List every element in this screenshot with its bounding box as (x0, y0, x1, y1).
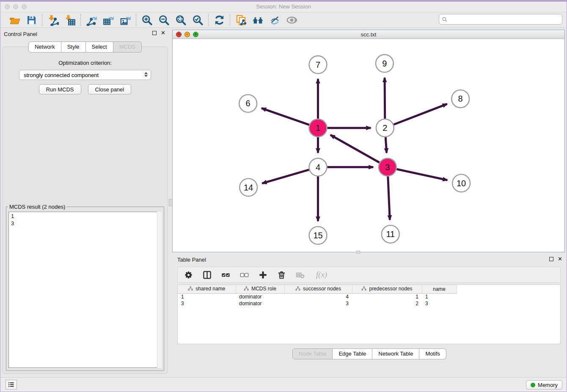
zoom-fit-icon[interactable] (173, 14, 188, 26)
show-details-icon[interactable] (284, 14, 299, 26)
tab-node-table[interactable]: Node Table (292, 348, 333, 359)
table-row[interactable]: 3dominator323 (178, 300, 560, 307)
table-cell[interactable]: dominator (236, 300, 284, 307)
table-panel-title: Table Panel (177, 257, 206, 263)
deselect-all-icon[interactable] (238, 269, 250, 281)
tab-mcds[interactable]: MCDS (113, 41, 142, 52)
criterion-dropdown[interactable]: strongly connected component (19, 70, 151, 80)
table-cell[interactable]: 2 (352, 300, 422, 307)
mcds-result-group: MCDS result (2 nodes) 1 3 (6, 204, 164, 371)
open-file-icon[interactable] (7, 14, 22, 26)
column-header-predecessor-nodes[interactable]: predecessor nodes (352, 285, 422, 293)
node-label: 11 (386, 229, 395, 239)
edge-3-10[interactable] (396, 169, 447, 180)
table-cell[interactable]: 1 (178, 293, 236, 300)
zoom-selected-icon[interactable] (190, 14, 205, 26)
table-row[interactable]: 1dominator411 (178, 293, 560, 300)
graph-node-1[interactable]: 1 (309, 119, 327, 137)
export-network-icon[interactable] (84, 14, 99, 26)
graph-node-2[interactable]: 2 (376, 119, 394, 137)
table-panel: Table Panel ✕ f(x) shared nameMCDS roles… (172, 254, 567, 377)
memory-button[interactable]: Memory (526, 380, 562, 389)
graph-node-7[interactable]: 7 (309, 56, 327, 74)
edge-3-1[interactable] (330, 135, 380, 163)
edge-2-9[interactable] (385, 78, 385, 119)
first-neighbors-icon[interactable] (250, 14, 265, 26)
tab-network[interactable]: Network (28, 41, 61, 52)
edge-4-14[interactable] (262, 170, 309, 183)
graph-node-14[interactable]: 14 (239, 179, 257, 196)
delete-column-icon[interactable] (275, 269, 288, 281)
graph-node-11[interactable]: 11 (382, 225, 399, 243)
result-scrollbar[interactable] (157, 212, 162, 368)
close-panel-icon[interactable]: ✕ (161, 31, 165, 35)
split-panel-icon[interactable] (201, 269, 213, 281)
window-title: Session: New Session (0, 3, 567, 10)
zoom-out-icon[interactable] (157, 14, 171, 26)
float-table-panel-icon[interactable] (549, 257, 553, 261)
import-table-icon[interactable] (63, 14, 77, 26)
close-panel-button[interactable]: Close panel (88, 84, 132, 94)
graph-node-9[interactable]: 9 (376, 55, 394, 72)
tab-select[interactable]: Select (86, 41, 113, 52)
clone-network-icon[interactable] (234, 14, 248, 26)
column-header-shared-name[interactable]: shared name (178, 285, 236, 293)
column-header-name[interactable]: name (422, 285, 457, 293)
mcds-result-text[interactable]: 1 3 (8, 212, 162, 368)
table-cell[interactable]: 1 (422, 293, 457, 300)
close-table-panel-icon[interactable]: ✕ (558, 257, 562, 261)
graph-node-8[interactable]: 8 (451, 90, 469, 108)
graph-node-6[interactable]: 6 (239, 94, 257, 112)
optimization-criterion-label: Optimization criterion: (3, 60, 168, 66)
task-history-button[interactable] (6, 380, 17, 389)
network-graph: 7968124314101511 (173, 39, 564, 252)
node-label: 1 (316, 123, 320, 133)
edge-2-3[interactable] (385, 137, 386, 153)
apply-layout-icon[interactable] (212, 14, 226, 26)
hide-details-icon[interactable] (267, 14, 282, 26)
tab-edge-table[interactable]: Edge Table (333, 348, 372, 359)
table-cell[interactable]: dominator (236, 293, 284, 300)
table-cell[interactable]: 1 (352, 293, 422, 300)
zoom-in-icon[interactable] (140, 14, 154, 26)
tab-network-table[interactable]: Network Table (372, 348, 419, 359)
node-label: 6 (246, 99, 250, 108)
save-session-icon[interactable] (24, 14, 39, 26)
graph-node-3[interactable]: 3 (379, 158, 396, 176)
tab-motifs[interactable]: Motifs (419, 348, 446, 359)
edge-1-6[interactable] (261, 108, 309, 125)
add-column-icon[interactable] (256, 269, 269, 281)
export-table-icon[interactable] (101, 14, 116, 26)
network-window-titlebar[interactable]: × − + scc.txt (173, 30, 564, 39)
import-network-icon[interactable] (46, 14, 60, 26)
column-header-successor-nodes[interactable]: successor nodes (284, 285, 352, 293)
table-cell[interactable]: 4 (284, 293, 352, 300)
table-settings-icon[interactable] (182, 269, 195, 281)
run-mcds-button[interactable]: Run MCDS (39, 84, 81, 94)
node-label: 14 (244, 183, 253, 192)
select-all-icon[interactable] (219, 269, 232, 281)
graph-node-15[interactable]: 15 (309, 226, 327, 244)
column-header-MCDS-role[interactable]: MCDS role (236, 285, 284, 293)
export-image-icon[interactable] (118, 14, 132, 26)
graph-node-10[interactable]: 10 (452, 174, 470, 192)
edge-2-8[interactable] (394, 104, 447, 125)
memory-status-icon (531, 383, 535, 387)
mcds-panel: Optimization criterion: strongly connect… (2, 47, 168, 374)
control-panel-tabs: NetworkStyleSelectMCDS (0, 41, 170, 52)
edge-3-11[interactable] (388, 177, 390, 220)
search-input[interactable] (449, 16, 559, 22)
table-cell[interactable]: 3 (422, 300, 457, 307)
dropdown-arrows-icon (144, 72, 148, 77)
search-icon (442, 17, 448, 22)
delete-table-icon (294, 269, 306, 281)
graph-node-4[interactable]: 4 (309, 158, 327, 176)
tab-style[interactable]: Style (61, 41, 86, 52)
table-cell[interactable]: 3 (284, 300, 352, 307)
column-type-icon (295, 286, 300, 292)
horizontal-splitter-grabber[interactable] (356, 251, 360, 254)
network-canvas[interactable]: 7968124314101511 (173, 39, 564, 252)
table-cell[interactable]: 3 (178, 300, 236, 307)
float-panel-icon[interactable] (152, 31, 157, 35)
search-box[interactable] (439, 14, 562, 25)
